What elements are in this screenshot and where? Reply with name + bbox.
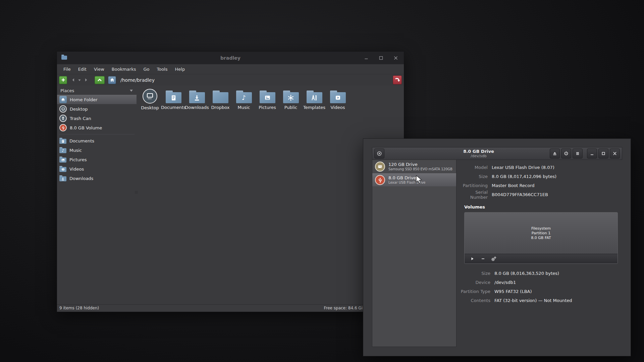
device-item-8gb[interactable]: 8.0 GB Drive Lexar USB Flash Drive (372, 173, 456, 187)
disc-icon (377, 151, 382, 156)
desktop-icon (59, 105, 67, 113)
play-icon (470, 256, 475, 261)
desktop: { "colors": { "folder_blue": "#7496b3", … (0, 0, 644, 362)
places-header[interactable]: Places (57, 86, 137, 95)
menu-file[interactable]: File (60, 64, 74, 74)
sidebar-item-music[interactable]: ♪ Music (57, 145, 137, 155)
file-item-downloads[interactable]: Downloads (185, 87, 209, 116)
file-label: Templates (303, 105, 325, 110)
sidebar-item-home[interactable]: Home Folder (57, 95, 137, 104)
up-button[interactable] (95, 76, 105, 84)
menu-edit[interactable]: Edit (74, 64, 90, 74)
templates-folder-icon (307, 90, 322, 103)
file-item-desktop[interactable]: Desktop (138, 87, 162, 116)
close-button[interactable] (610, 148, 620, 159)
desktop-icon (143, 89, 157, 104)
pictures-folder-icon (260, 90, 275, 103)
minimize-button[interactable] (363, 55, 369, 61)
home-icon (110, 77, 115, 82)
new-tab-button[interactable] (59, 76, 67, 84)
minimize-icon (589, 151, 595, 156)
create-disk-image-button[interactable] (374, 148, 384, 159)
trash-icon (59, 115, 67, 122)
videos-folder-icon (330, 90, 346, 103)
close-button[interactable] (393, 55, 398, 61)
device-subtitle: Lexar USB Flash Drive (388, 181, 425, 185)
menu-help[interactable]: Help (171, 64, 189, 74)
file-item-pictures[interactable]: Pictures (256, 87, 279, 116)
sidebar-item-documents[interactable]: Documents (57, 136, 137, 145)
file-item-public[interactable]: Public (279, 87, 303, 116)
history-dropdown-button[interactable] (77, 76, 82, 84)
file-label: Pictures (259, 105, 276, 110)
free-space: Free space: 84.6 Gi (324, 306, 363, 310)
file-label: Desktop (141, 105, 159, 110)
plus-icon (61, 77, 66, 82)
disks-title-block: 8.0 GB Drive /dev/sdb (423, 149, 535, 158)
volumes-header: Volumes (464, 204, 622, 209)
field-partitioning: Partitioning Master Boot Record (457, 181, 622, 190)
downloads-folder-icon (59, 176, 66, 181)
music-folder-icon: ♪ (236, 90, 252, 103)
back-button[interactable] (69, 76, 77, 84)
home-button[interactable] (108, 76, 116, 84)
collapse-caret-icon[interactable] (129, 89, 133, 92)
public-folder-icon (283, 90, 299, 103)
delete-partition-button[interactable] (479, 255, 487, 262)
sidebar-item-pictures[interactable]: Pictures (57, 155, 137, 164)
file-item-dropbox[interactable]: Dropbox (209, 87, 232, 116)
forward-button[interactable] (82, 76, 90, 84)
device-item-120gb[interactable]: 120 GB Drive Samsung SSD 850 EVO mSATA 1… (372, 160, 456, 173)
music-folder-icon: ♪ (59, 148, 66, 153)
sidebar-separator (59, 134, 135, 134)
field-device: Device /dev/sdb1 (457, 278, 622, 287)
file-label: Videos (330, 105, 345, 110)
file-item-music[interactable]: ♪ Music (232, 87, 256, 116)
maximize-button[interactable] (378, 55, 384, 61)
file-item-videos[interactable]: Videos (326, 87, 350, 116)
status-bar: 9 items (28 hidden) Free space: 84.6 Gi (57, 304, 404, 312)
file-manager-titlebar[interactable]: bradley (57, 52, 404, 64)
minus-icon (481, 256, 485, 261)
power-off-button[interactable] (561, 148, 571, 159)
window-title: bradley (57, 55, 404, 61)
sidebar-item-downloads[interactable]: Downloads (57, 174, 137, 183)
maximize-icon (601, 151, 606, 156)
field-serial-number: Serial Number B004D779FFA366CC71EB (457, 190, 622, 199)
partition-options-button[interactable] (490, 255, 497, 262)
drive-menu-button[interactable] (573, 148, 583, 159)
file-item-documents[interactable]: Documents (162, 87, 185, 116)
close-icon (612, 151, 618, 156)
menubar: File Edit View Bookmarks Go Tools Help (57, 64, 404, 74)
file-item-templates[interactable]: Templates (303, 87, 326, 116)
root-warning-button[interactable] (393, 75, 402, 84)
field-size: Size 8.0 GB (8,017,412,096 bytes) (457, 172, 622, 181)
sidebar-item-desktop[interactable]: Desktop (57, 104, 137, 114)
file-label: Downloads (185, 105, 209, 110)
minimize-button[interactable] (587, 148, 597, 159)
volume-line-size: 8.0 GB FAT (531, 236, 551, 240)
path-bar[interactable]: /home/bradley (120, 77, 155, 83)
videos-folder-icon (59, 167, 66, 172)
menu-tools[interactable]: Tools (153, 64, 171, 74)
maximize-button[interactable] (598, 148, 608, 159)
documents-folder-icon (59, 139, 66, 144)
disks-headerbar[interactable]: 8.0 GB Drive /dev/sdb (372, 147, 622, 160)
volume-partition-1[interactable]: Filesystem Partition 1 8.0 GB FAT (465, 213, 618, 254)
sidebar-item-trash[interactable]: Trash Can (57, 114, 137, 123)
device-title: 120 GB Drive (388, 162, 452, 167)
pane-splitter[interactable] (135, 191, 138, 193)
field-model: Model Lexar USB Flash Drive (8.07) (457, 163, 622, 172)
mount-button[interactable] (469, 255, 476, 262)
file-label: Public (284, 105, 297, 110)
eject-icon (552, 151, 557, 156)
sidebar-item-usb-volume[interactable]: 8.0 GB Volume (57, 123, 137, 132)
menu-view[interactable]: View (90, 64, 108, 74)
menu-bookmarks[interactable]: Bookmarks (108, 64, 140, 74)
menu-go[interactable]: Go (140, 64, 153, 74)
volume-line-partition: Partition 1 (531, 231, 551, 236)
ssd-drive-icon (375, 162, 385, 172)
device-list: 120 GB Drive Samsung SSD 850 EVO mSATA 1… (372, 160, 457, 347)
sidebar-item-videos[interactable]: Videos (57, 164, 137, 174)
eject-button[interactable] (550, 148, 560, 159)
